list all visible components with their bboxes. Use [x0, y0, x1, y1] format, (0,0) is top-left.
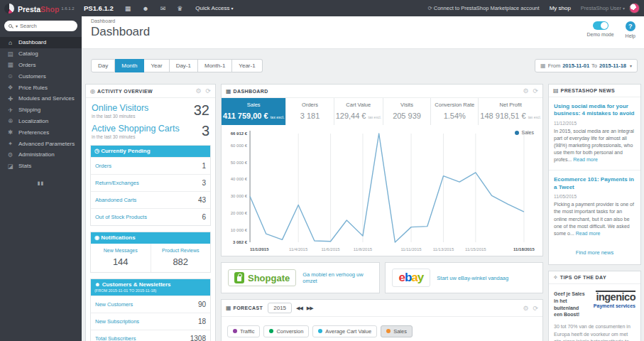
search-icon	[9, 24, 12, 28]
gear-icon[interactable]: ⚙	[195, 87, 201, 94]
quick-access-menu[interactable]: Quick Access▾	[195, 5, 233, 11]
search-input[interactable]	[20, 23, 73, 29]
forecast-legend-sales[interactable]: Sales	[381, 325, 413, 337]
find-more-news-link[interactable]: Find more news	[549, 244, 640, 264]
forecast-legend-conversion[interactable]: Conversion	[263, 325, 309, 337]
sidebar: ▾ ⌂Dashboard▤Catalog▦Orders☺Customers❖Pr…	[0, 16, 82, 341]
row-new-subscriptions[interactable]: New Subscriptions18	[91, 313, 210, 330]
range-button-month[interactable]: Month	[115, 59, 144, 72]
prestashop-logo[interactable]: PrestaShop 1.6.1.2	[0, 2, 80, 15]
ebay-logo: ebay	[392, 269, 431, 287]
previous-year-button[interactable]: ◀◀	[296, 305, 302, 311]
forecast-legend-average-cart-value[interactable]: Average Cart Value	[312, 325, 377, 337]
refresh-icon[interactable]: ⟳	[533, 305, 538, 312]
svg-text:11/1/2015: 11/1/2015	[250, 247, 269, 251]
mail-icon[interactable]: ✉	[160, 5, 166, 12]
ebay-tagline-link[interactable]: Start uw eBay-winkel vandaag	[437, 275, 508, 281]
sidebar-item-price-rules[interactable]: ❖Price Rules	[0, 82, 82, 93]
help-control: ? Help	[626, 21, 635, 38]
sidebar-item-modules-and-services[interactable]: ✚Modules and Services	[0, 93, 82, 104]
range-button-year[interactable]: Year	[144, 59, 169, 72]
shopgate-tagline-link[interactable]: Ga mobiel en verhoog uw omzet	[302, 271, 372, 284]
article-title[interactable]: Ecommerce 101: Payments in a Tweet	[554, 176, 635, 191]
sidebar-item-administration[interactable]: ⚙Administration	[0, 149, 82, 161]
sidebar-item-dashboard[interactable]: ⌂Dashboard	[0, 37, 82, 48]
sidebar-item-localization[interactable]: ⊕Localization	[0, 116, 82, 127]
kpi-tab-sales[interactable]: Sales411 759,00 € tax excl.	[222, 98, 286, 125]
sidebar-item-label: Localization	[18, 118, 48, 124]
kpi-tab-conversion-rate[interactable]: Conversion Rate1.54%	[431, 98, 479, 125]
cart-icon[interactable]: ▦	[125, 5, 131, 12]
page-title: Dashboard	[91, 25, 150, 39]
avatar[interactable]	[629, 3, 640, 13]
row-return-exchanges[interactable]: Return/Exchanges3	[91, 174, 210, 191]
sidebar-item-customers[interactable]: ☺Customers	[0, 70, 82, 82]
my-shop-link[interactable]: My shop	[550, 5, 571, 11]
sales-chart: Sales 66 912 €60 000 €50 000 €40 000 €30…	[222, 125, 542, 256]
sidebar-item-label: Shipping	[18, 107, 40, 113]
section-currently-pending: ◷ Currently PendingOrders1Return/Exchang…	[90, 145, 211, 226]
shop-name[interactable]: PS1.6.1.2	[84, 4, 114, 12]
kpi-value: 205 939	[385, 112, 429, 120]
next-year-button[interactable]: ▶▶	[307, 305, 313, 311]
user-icon[interactable]: ☻	[142, 5, 148, 12]
sidebar-item-preferences[interactable]: ✱Preferences	[0, 126, 82, 138]
gear-icon[interactable]: ⚙	[523, 305, 528, 312]
shopgate-banner[interactable]: Shopgate Ga mobiel en verhoog uw omzet	[221, 262, 380, 293]
sidebar-item-advanced-parameters[interactable]: ✦Advanced Parameters	[0, 138, 82, 149]
row-out-of-stock-products[interactable]: Out of Stock Products6	[91, 208, 210, 225]
kpi-label: Visits	[385, 102, 429, 108]
row-new-customers[interactable]: New Customers90	[91, 296, 210, 313]
sidebar-search[interactable]: ▾	[4, 21, 77, 31]
range-button-day-1[interactable]: Day-1	[170, 59, 198, 72]
news-icon: ▤	[553, 87, 559, 94]
read-more-link[interactable]: Read more	[573, 157, 598, 162]
gear-icon[interactable]: ⚙	[523, 87, 528, 94]
date-range-picker[interactable]: ▦ From2015-11-01 To2015-11-18 ▾	[535, 59, 638, 72]
kpi-tab-net-profit[interactable]: Net Profit148 918,51 € tax excl.	[479, 98, 542, 125]
forecast-legend-traffic[interactable]: Traffic	[227, 325, 260, 337]
row-abandoned-carts[interactable]: Abandoned Carts43	[91, 191, 210, 208]
range-button-month-1[interactable]: Month-1	[198, 59, 232, 72]
legend-dot-icon	[386, 329, 391, 333]
help-icon[interactable]: ?	[626, 21, 635, 31]
breadcrumb[interactable]: Dashboard	[91, 18, 115, 23]
sidebar-item-catalog[interactable]: ▤Catalog	[0, 48, 82, 60]
range-button-year-1[interactable]: Year-1	[232, 59, 262, 72]
section-subtitle: (FROM 2015-11-01 TO 2015-11-18)	[94, 288, 207, 293]
metric-new-messages[interactable]: New Messages144	[91, 244, 151, 272]
metric-product-reviews[interactable]: Product Reviews882	[151, 244, 211, 272]
range-button-day[interactable]: Day	[91, 59, 115, 72]
sidebar-item-orders[interactable]: ▦Orders	[0, 60, 82, 71]
row-label: Out of Stock Products	[95, 214, 147, 220]
kpi-tab-visits[interactable]: Visits205 939	[383, 98, 431, 125]
kpi-label: Cart Value	[336, 102, 381, 108]
marketplace-link[interactable]: ⟳Connect to PrestaShop Marketplace accou…	[427, 5, 539, 11]
row-orders[interactable]: Orders1	[91, 157, 210, 174]
sidebar-item-stats[interactable]: ◪Stats	[0, 161, 82, 172]
read-more-link[interactable]: Read more	[576, 231, 601, 236]
article-excerpt: Picking a payment provider is one of the…	[554, 201, 635, 237]
stat-label: Active Shopping Carts	[92, 124, 180, 134]
demo-mode-toggle[interactable]	[593, 21, 608, 30]
bell-icon: ◉	[94, 234, 101, 241]
user-menu[interactable]: PrestaShop User▾	[581, 5, 625, 11]
svg-text:66 912 €: 66 912 €	[231, 131, 248, 136]
chevron-down-icon[interactable]: ▾	[16, 23, 18, 28]
sidebar-item-label: Modules and Services	[18, 95, 75, 102]
sidebar-item-shipping[interactable]: ✈Shipping	[0, 104, 82, 116]
collapse-menu-button[interactable]: ▮▮	[0, 180, 82, 186]
svg-text:50 000 €: 50 000 €	[231, 161, 248, 165]
article-title[interactable]: Using social media for your business: 4 …	[554, 103, 635, 118]
row-total-subscribers[interactable]: Total Subscribers1308	[91, 330, 210, 341]
trophy-icon[interactable]: ♛	[177, 5, 182, 12]
kpi-tab-orders[interactable]: Orders3 181	[286, 98, 334, 125]
sidebar-item-label: Orders	[18, 62, 36, 68]
ebay-banner[interactable]: ebay Start uw eBay-winkel vandaag	[385, 262, 544, 293]
forecast-year-button[interactable]: 2015	[268, 303, 292, 313]
refresh-icon[interactable]: ⟳	[205, 87, 211, 94]
refresh-icon[interactable]: ⟳	[533, 87, 538, 94]
kpi-tab-cart-value[interactable]: Cart Value129,44 € tax excl.	[334, 98, 383, 125]
version-label: 1.6.1.2	[61, 6, 74, 11]
legend-label: Traffic	[240, 328, 254, 335]
